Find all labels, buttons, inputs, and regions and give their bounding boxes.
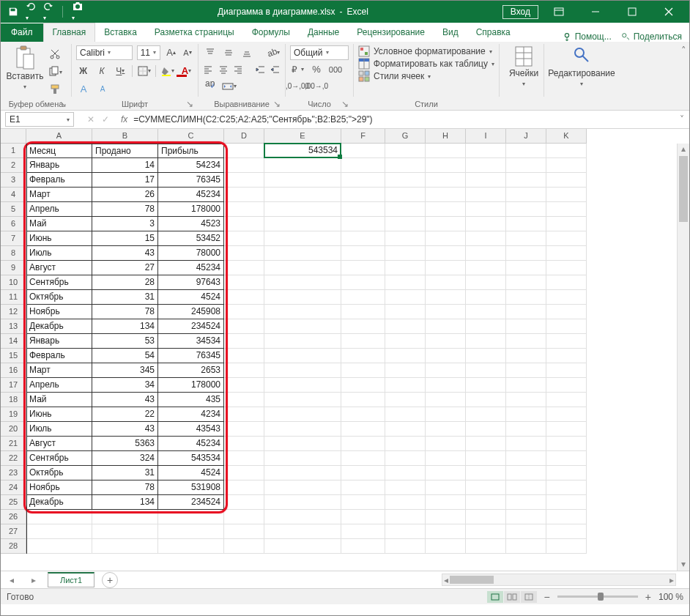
cell-G5[interactable]: [385, 202, 426, 217]
cell-C25[interactable]: 234524: [158, 495, 224, 510]
cell-F25[interactable]: [341, 495, 385, 510]
cell-I12[interactable]: [466, 305, 506, 319]
shrink-font-a-icon[interactable]: A: [95, 82, 110, 97]
cell-K10[interactable]: [546, 275, 587, 290]
cell-I11[interactable]: [466, 290, 506, 305]
cell-H20[interactable]: [426, 422, 466, 437]
align-top-icon[interactable]: [203, 45, 217, 60]
cell-H27[interactable]: [426, 524, 466, 539]
tab-file[interactable]: Файл: [1, 23, 43, 42]
cell-J15[interactable]: [506, 349, 546, 363]
tab-formulas[interactable]: Формулы: [243, 23, 299, 42]
tab-layout[interactable]: Разметка страницы: [146, 23, 243, 42]
cell-D25[interactable]: [224, 495, 264, 510]
cell-E16[interactable]: [264, 363, 341, 378]
cell-I24[interactable]: [466, 480, 506, 495]
cell-D4[interactable]: [224, 188, 264, 202]
cell-A18[interactable]: Май: [26, 393, 92, 407]
orientation-icon[interactable]: ab▾: [267, 45, 281, 60]
cell-H1[interactable]: [426, 144, 466, 158]
cell-B24[interactable]: 78: [92, 480, 158, 495]
cell-C13[interactable]: 234524: [158, 319, 224, 334]
cell-A26[interactable]: [26, 510, 92, 524]
cell-C7[interactable]: 53452: [158, 231, 224, 246]
col-header-A[interactable]: A: [26, 129, 92, 144]
cell-F9[interactable]: [341, 261, 385, 275]
cell-F24[interactable]: [341, 480, 385, 495]
cancel-formula-icon[interactable]: ✕: [87, 114, 94, 125]
wrap-text-icon[interactable]: ab: [203, 79, 218, 94]
cell-F26[interactable]: [341, 510, 385, 524]
cell-J3[interactable]: [506, 173, 546, 188]
cell-C20[interactable]: 43543: [158, 422, 224, 437]
dec-increase-icon[interactable]: ,0→,00: [290, 79, 305, 94]
cell-F14[interactable]: [341, 334, 385, 349]
cell-B9[interactable]: 27: [92, 261, 158, 275]
cell-K14[interactable]: [546, 334, 587, 349]
indent-dec-icon[interactable]: [255, 62, 265, 77]
cell-I19[interactable]: [466, 407, 506, 422]
row-header-26[interactable]: 26: [1, 510, 26, 524]
cell-H22[interactable]: [426, 451, 466, 466]
cell-J18[interactable]: [506, 393, 546, 407]
row-header-2[interactable]: 2: [1, 158, 26, 173]
cell-A17[interactable]: Апрель: [26, 378, 92, 393]
cell-J24[interactable]: [506, 480, 546, 495]
cell-I26[interactable]: [466, 510, 506, 524]
cell-K4[interactable]: [546, 188, 587, 202]
signin-button[interactable]: Вход: [502, 5, 538, 19]
cell-G1[interactable]: [385, 144, 426, 158]
cell-B11[interactable]: 31: [92, 290, 158, 305]
cell-E27[interactable]: [264, 524, 341, 539]
cell-H26[interactable]: [426, 510, 466, 524]
cell-G20[interactable]: [385, 422, 426, 437]
col-header-F[interactable]: F: [341, 129, 385, 144]
cell-H3[interactable]: [426, 173, 466, 188]
cell-D12[interactable]: [224, 305, 264, 319]
cell-F7[interactable]: [341, 231, 385, 246]
cell-G17[interactable]: [385, 378, 426, 393]
horizontal-scrollbar[interactable]: ◂▸: [442, 574, 676, 586]
cell-H7[interactable]: [426, 231, 466, 246]
cell-E9[interactable]: [264, 261, 341, 275]
cell-E28[interactable]: [264, 539, 341, 554]
cell-A23[interactable]: Октябрь: [26, 466, 92, 480]
format-as-table-button[interactable]: Форматировать как таблицу▾: [358, 58, 494, 70]
cell-J14[interactable]: [506, 334, 546, 349]
row-header-25[interactable]: 25: [1, 495, 26, 510]
cell-H15[interactable]: [426, 349, 466, 363]
cell-C6[interactable]: 4523: [158, 217, 224, 231]
cell-A16[interactable]: Март: [26, 363, 92, 378]
row-header-15[interactable]: 15: [1, 349, 26, 363]
cell-K5[interactable]: [546, 202, 587, 217]
cell-B12[interactable]: 78: [92, 305, 158, 319]
cell-A27[interactable]: [26, 524, 92, 539]
cell-A22[interactable]: Сентябрь: [26, 451, 92, 466]
cell-F28[interactable]: [341, 539, 385, 554]
enter-formula-icon[interactable]: ✓: [102, 114, 109, 125]
cell-I16[interactable]: [466, 363, 506, 378]
row-header-16[interactable]: 16: [1, 363, 26, 378]
increase-font-icon[interactable]: A▴: [165, 45, 177, 60]
row-header-22[interactable]: 22: [1, 451, 26, 466]
cell-C12[interactable]: 245908: [158, 305, 224, 319]
row-header-7[interactable]: 7: [1, 231, 26, 246]
cell-D11[interactable]: [224, 290, 264, 305]
cell-D19[interactable]: [224, 407, 264, 422]
font-name-combo[interactable]: Calibri▾: [76, 45, 133, 60]
cell-G15[interactable]: [385, 349, 426, 363]
cell-B25[interactable]: 134: [92, 495, 158, 510]
cell-G10[interactable]: [385, 275, 426, 290]
cell-D7[interactable]: [224, 231, 264, 246]
cell-E21[interactable]: [264, 437, 341, 451]
tab-help[interactable]: Справка: [467, 23, 519, 42]
cell-H10[interactable]: [426, 275, 466, 290]
col-header-H[interactable]: H: [426, 129, 466, 144]
cell-D28[interactable]: [224, 539, 264, 554]
row-header-6[interactable]: 6: [1, 217, 26, 231]
cell-G28[interactable]: [385, 539, 426, 554]
formula-input[interactable]: =СУММЕСЛИМН(C2:C25;A2:A25;"Сентябрь";B2:…: [127, 114, 675, 125]
cell-D3[interactable]: [224, 173, 264, 188]
cell-F18[interactable]: [341, 393, 385, 407]
format-painter-icon[interactable]: [48, 82, 62, 97]
